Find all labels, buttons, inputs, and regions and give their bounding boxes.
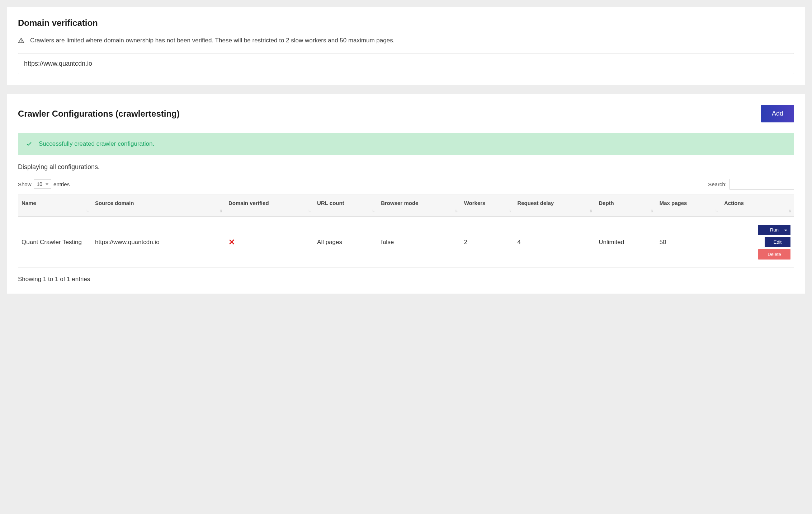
- sort-icon: ↑↓: [455, 208, 457, 213]
- show-entries: Show 10 entries: [18, 179, 70, 189]
- success-banner: Successfully created crawler configurati…: [18, 133, 794, 155]
- cell-actions: Run Edit Delete: [721, 216, 794, 268]
- cell-browser-mode: false: [377, 216, 461, 268]
- sort-icon: ↑↓: [508, 208, 510, 213]
- sort-icon: ↑↓: [650, 208, 652, 213]
- config-table: Name↑↓ Source domain↑↓ Domain verified↑↓…: [18, 195, 794, 268]
- search-input[interactable]: [730, 179, 794, 190]
- col-max-pages[interactable]: Max pages↑↓: [656, 195, 721, 217]
- edit-button[interactable]: Edit: [765, 237, 790, 247]
- cell-request-delay: 4: [514, 216, 595, 268]
- table-controls: Show 10 entries Search:: [18, 179, 794, 190]
- entries-value: 10: [37, 181, 43, 187]
- crawler-config-card: Crawler Configurations (crawlertesting) …: [7, 94, 805, 294]
- col-depth[interactable]: Depth↑↓: [595, 195, 656, 217]
- cell-workers: 2: [461, 216, 514, 268]
- sort-icon: ↑↓: [86, 208, 88, 213]
- domain-input[interactable]: [18, 53, 794, 74]
- domain-warning-row: Crawlers are limited where domain owners…: [18, 37, 794, 44]
- table-footer-text: Showing 1 to 1 of 1 entries: [18, 276, 794, 283]
- x-icon: ✕: [228, 238, 235, 247]
- cell-url-count: All pages: [313, 216, 377, 268]
- crawler-config-title: Crawler Configurations (crawlertesting): [18, 109, 180, 119]
- success-message: Successfully created crawler configurati…: [39, 140, 154, 148]
- entries-select[interactable]: 10: [34, 179, 52, 189]
- config-header: Crawler Configurations (crawlertesting) …: [18, 105, 794, 122]
- delete-button[interactable]: Delete: [758, 249, 790, 260]
- col-request-delay[interactable]: Request delay↑↓: [514, 195, 595, 217]
- cell-name: Quant Crawler Testing: [18, 216, 91, 268]
- domain-verification-title: Domain verification: [18, 18, 794, 28]
- sort-icon: ↑↓: [589, 208, 591, 213]
- domain-verification-card: Domain verification Crawlers are limited…: [7, 7, 805, 85]
- run-button[interactable]: Run: [758, 225, 790, 235]
- search-wrap: Search:: [708, 179, 794, 190]
- table-row: Quant Crawler Testing https://www.quantc…: [18, 216, 794, 268]
- check-icon: [26, 141, 32, 147]
- sort-icon: ↑↓: [788, 208, 790, 213]
- sort-icon: ↑↓: [715, 208, 717, 213]
- col-source-domain[interactable]: Source domain↑↓: [91, 195, 225, 217]
- col-actions[interactable]: Actions↑↓: [721, 195, 794, 217]
- cell-depth: Unlimited: [595, 216, 656, 268]
- col-domain-verified[interactable]: Domain verified↑↓: [225, 195, 313, 217]
- search-label: Search:: [708, 181, 727, 187]
- cell-max-pages: 50: [656, 216, 721, 268]
- svg-point-1: [21, 42, 21, 42]
- add-button[interactable]: Add: [761, 105, 794, 122]
- sort-icon: ↑↓: [308, 208, 310, 213]
- show-label: Show: [18, 181, 32, 187]
- entries-label: entries: [53, 181, 70, 187]
- cell-domain-verified: ✕: [225, 216, 313, 268]
- domain-warning-text: Crawlers are limited where domain owners…: [30, 37, 395, 44]
- sort-icon: ↑↓: [372, 208, 374, 213]
- col-workers[interactable]: Workers↑↓: [461, 195, 514, 217]
- col-name[interactable]: Name↑↓: [18, 195, 91, 217]
- sort-icon: ↑↓: [219, 208, 221, 213]
- cell-source-domain: https://www.quantcdn.io: [91, 216, 225, 268]
- col-browser-mode[interactable]: Browser mode↑↓: [377, 195, 461, 217]
- display-all-text: Displaying all configurations.: [18, 163, 794, 171]
- col-url-count[interactable]: URL count↑↓: [313, 195, 377, 217]
- warning-triangle-icon: [18, 37, 24, 44]
